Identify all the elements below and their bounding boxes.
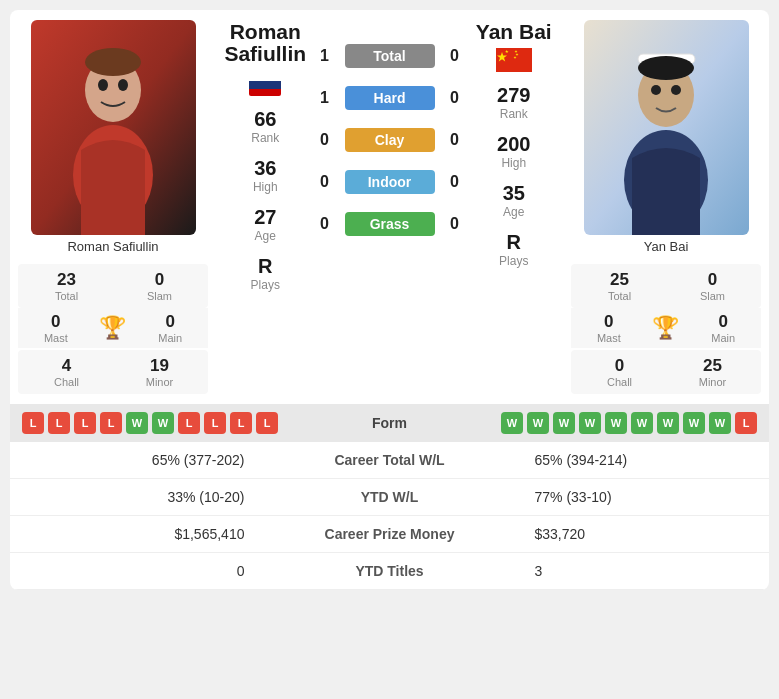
indoor-right-num: 0 [443, 173, 467, 191]
indoor-button[interactable]: Indoor [345, 170, 435, 194]
left-player-stats-grid: 23 Total 0 Slam [18, 264, 208, 308]
svg-point-17 [671, 85, 681, 95]
left-name-line2: Safiullin [218, 42, 313, 66]
left-rank-box: 66 Rank [218, 108, 313, 145]
total-row: 1 Total 0 [313, 44, 467, 68]
players-section: Roman Safiullin 23 Total 0 Slam 0 Mast 🏆 [10, 10, 769, 404]
left-minor-label: Minor [121, 376, 198, 388]
stats-right-0: 65% (394-214) [519, 442, 769, 479]
left-player-name-center: Roman Safiullin 66 Rank [218, 20, 313, 292]
right-main-value: 0 [711, 312, 735, 332]
left-form-badge-2: L [74, 412, 96, 434]
right-chall-cell: 0 Chall [581, 356, 658, 388]
left-minor-value: 19 [121, 356, 198, 376]
stats-center-3: YTD Titles [260, 553, 518, 590]
right-player-name-center: Yan Bai 279 [467, 20, 562, 268]
left-name-line1: Roman [218, 20, 313, 44]
left-main-cell: 0 Main [158, 312, 182, 344]
indoor-row: 0 Indoor 0 [313, 170, 467, 194]
left-rank-label: Rank [218, 131, 313, 145]
left-plays-box: R Plays [218, 255, 313, 292]
russia-flag [218, 70, 313, 96]
left-player-photo [31, 20, 196, 235]
right-rank-label: Rank [467, 107, 562, 121]
right-minor-value: 25 [674, 356, 751, 376]
left-slam-label: Slam [121, 290, 198, 302]
left-chall-cell: 4 Chall [28, 356, 105, 388]
left-chall-value: 4 [28, 356, 105, 376]
clay-button[interactable]: Clay [345, 128, 435, 152]
left-form-badge-6: L [178, 412, 200, 434]
grass-button[interactable]: Grass [345, 212, 435, 236]
right-player-stats-grid: 25 Total 0 Slam [571, 264, 761, 308]
china-flag [467, 48, 562, 72]
right-name-line1: Yan Bai [467, 20, 562, 44]
center-block: Roman Safiullin 66 Rank [208, 20, 571, 292]
svg-point-5 [85, 48, 141, 76]
right-age-box: 35 Age [467, 182, 562, 219]
right-form-badge-0: W [501, 412, 523, 434]
right-form-badge-9: L [735, 412, 757, 434]
right-form-badge-8: W [709, 412, 731, 434]
left-slam-cell: 0 Slam [121, 270, 198, 302]
stats-row-1: 33% (10-20)YTD W/L77% (33-10) [10, 479, 769, 516]
stats-right-2: $33,720 [519, 516, 769, 553]
grass-left-num: 0 [313, 215, 337, 233]
right-slam-value: 0 [674, 270, 751, 290]
right-form-badge-3: W [579, 412, 601, 434]
left-age-box: 27 Age [218, 206, 313, 243]
svg-rect-6 [496, 48, 532, 72]
right-form-badge-1: W [527, 412, 549, 434]
left-mast-value: 0 [44, 312, 68, 332]
right-form-badge-2: W [553, 412, 575, 434]
right-form-badges: WWWWWWWWWL [436, 412, 758, 434]
left-rank-value: 66 [218, 108, 313, 131]
left-form-badge-1: L [48, 412, 70, 434]
right-mast-cell: 0 Mast [597, 312, 621, 344]
form-section: LLLLWWLLLL Form WWWWWWWWWL [10, 404, 769, 442]
total-right-num: 0 [443, 47, 467, 65]
right-high-label: High [467, 156, 562, 170]
total-left-num: 1 [313, 47, 337, 65]
stats-left-1: 33% (10-20) [10, 479, 260, 516]
right-form-badge-4: W [605, 412, 627, 434]
right-high-box: 200 High [467, 133, 562, 170]
right-chall-label: Chall [581, 376, 658, 388]
right-total-value: 25 [581, 270, 658, 290]
stats-center-1: YTD W/L [260, 479, 518, 516]
stats-right-3: 3 [519, 553, 769, 590]
svg-point-16 [651, 85, 661, 95]
right-minor-label: Minor [674, 376, 751, 388]
left-form-badge-5: W [152, 412, 174, 434]
main-card: Roman Safiullin 23 Total 0 Slam 0 Mast 🏆 [10, 10, 769, 590]
clay-left-num: 0 [313, 131, 337, 149]
left-form-badge-9: L [256, 412, 278, 434]
grass-row: 0 Grass 0 [313, 212, 467, 236]
right-chall-grid: 0 Chall 25 Minor [571, 350, 761, 394]
left-main-label: Main [158, 332, 182, 344]
stats-center-0: Career Total W/L [260, 442, 518, 479]
left-mast-cell: 0 Mast [44, 312, 68, 344]
right-minor-cell: 25 Minor [674, 356, 751, 388]
right-slam-cell: 0 Slam [674, 270, 751, 302]
hard-button[interactable]: Hard [345, 86, 435, 110]
left-form-badge-8: L [230, 412, 252, 434]
left-trophy-row: 0 Mast 🏆 0 Main [18, 308, 208, 348]
total-button[interactable]: Total [345, 44, 435, 68]
clay-row: 0 Clay 0 [313, 128, 467, 152]
right-rank-value: 279 [467, 84, 562, 107]
left-high-value: 36 [218, 157, 313, 180]
form-label: Form [350, 415, 430, 431]
stats-center-2: Career Prize Money [260, 516, 518, 553]
left-total-value: 23 [28, 270, 105, 290]
right-slam-label: Slam [674, 290, 751, 302]
left-high-label: High [218, 180, 313, 194]
left-plays-label: Plays [218, 278, 313, 292]
right-high-value: 200 [467, 133, 562, 156]
right-form-badge-7: W [683, 412, 705, 434]
right-player-block: Yan Bai 25 Total 0 Slam 0 Mast 🏆 [571, 20, 761, 394]
left-trophy-icon: 🏆 [99, 315, 126, 341]
right-main-label: Main [711, 332, 735, 344]
right-mast-label: Mast [597, 332, 621, 344]
right-plays-value: R [467, 231, 562, 254]
